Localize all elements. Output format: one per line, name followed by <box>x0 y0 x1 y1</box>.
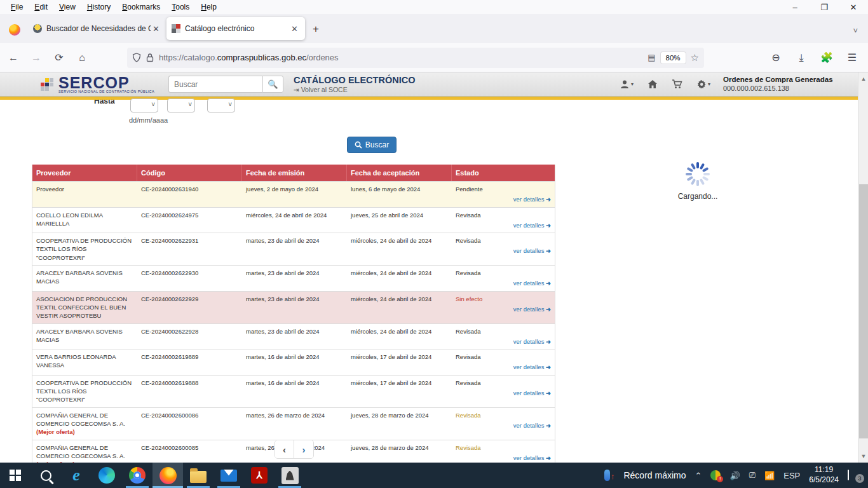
cell-fecha-emision: martes, 23 de abril de 2024 <box>242 233 347 265</box>
search-icon <box>355 141 362 149</box>
file-explorer-button[interactable] <box>183 463 214 488</box>
tab-catalogo-electronico[interactable]: Catálogo electrónico ✕ <box>166 17 305 40</box>
ecuador-crest-icon <box>33 24 42 33</box>
java-app-button[interactable] <box>275 463 305 488</box>
ver-detalles-link[interactable]: ver detalles ➜ <box>513 363 551 371</box>
ver-detalles-link[interactable]: ver detalles ➜ <box>513 279 551 287</box>
user-icon[interactable]: ▾ <box>620 79 634 89</box>
shield-icon[interactable] <box>132 53 141 62</box>
ver-detalles-link[interactable]: ver detalles ➜ <box>513 337 551 346</box>
page-scrollbar[interactable]: ▲ ▼ <box>858 72 868 463</box>
reader-mode-icon[interactable]: ▤ <box>648 53 655 62</box>
weather-headline[interactable]: Récord máximo <box>623 470 686 480</box>
taskbar-search-button[interactable] <box>31 463 61 488</box>
temperature-icon[interactable]: ↑ <box>604 470 615 481</box>
forward-icon[interactable]: → <box>27 48 46 67</box>
sercop-logo[interactable]: SERCOP SERVICIO NACIONAL DE CONTRATACIÓN… <box>41 76 154 93</box>
tab-close-icon[interactable]: ✕ <box>151 24 161 34</box>
estado-value: Revisada <box>456 411 551 419</box>
wifi-icon[interactable]: 📶 <box>764 471 775 480</box>
header-icons: ▾ ▾ <box>620 79 710 89</box>
volver-al-soce-link[interactable]: ⇥ Volver al SOCE <box>294 86 415 93</box>
tab-close-icon[interactable]: ✕ <box>289 24 300 34</box>
estado-value: Revisada <box>456 211 551 219</box>
extensions-puzzle-icon[interactable]: 🧩 <box>817 48 836 67</box>
ver-detalles-link[interactable]: ver detalles ➜ <box>513 305 551 313</box>
ver-detalles-link[interactable]: ver detalles ➜ <box>513 389 551 397</box>
ver-detalles-link[interactable]: ver detalles ➜ <box>513 221 551 229</box>
scrollbar-thumb[interactable] <box>859 184 868 438</box>
arrow-right-icon: ➜ <box>546 363 551 370</box>
cast-icon[interactable]: ⎚ <box>749 470 756 480</box>
url-text[interactable]: https://catalogo.compraspublicas.gob.ec/… <box>159 53 648 62</box>
buscar-button[interactable]: Buscar <box>347 137 397 153</box>
header-search-input[interactable] <box>168 76 262 93</box>
hamburger-menu-icon[interactable]: ☰ <box>843 48 862 67</box>
menu-bookmarks[interactable]: Bookmarks <box>118 1 165 13</box>
scroll-down-icon[interactable]: ▼ <box>858 451 868 461</box>
header-search-button[interactable]: 🔍 <box>262 76 283 93</box>
tab-buscador-necesidades[interactable]: Buscador de Necesidades de Co ✕ <box>28 17 166 40</box>
column-header: Estado <box>452 165 555 181</box>
antivirus-alert-icon[interactable] <box>710 470 721 480</box>
lock-icon[interactable] <box>146 53 154 62</box>
clock[interactable]: 11:19 6/5/2024 <box>809 465 839 485</box>
back-icon[interactable]: ← <box>4 48 23 67</box>
date-format-hint: dd/mm/aaaa <box>129 116 168 124</box>
next-page-icon[interactable]: › <box>294 440 313 458</box>
browser-menubar: FileEditViewHistoryBookmarksToolsHelp – … <box>0 0 868 14</box>
ver-detalles-link[interactable]: ver detalles ➜ <box>513 454 551 462</box>
volume-icon[interactable]: 🔊 <box>729 471 740 480</box>
ver-detalles-link[interactable]: ver detalles ➜ <box>513 421 551 430</box>
cell-codigo: CE-20240002624975 <box>137 208 242 233</box>
reload-icon[interactable]: ⟳ <box>50 48 69 67</box>
prev-page-icon[interactable]: ‹ <box>275 440 294 458</box>
cell-estado: Sin efecto ver detalles ➜ <box>452 292 555 323</box>
cell-proveedor: ARACELY BARBARA SOVENIS MACIAS <box>32 324 137 349</box>
cell-fecha-emision: martes, 23 de abril de 2024 <box>242 324 347 349</box>
restore-button[interactable]: ❐ <box>810 0 839 14</box>
menu-edit[interactable]: Edit <box>30 1 52 13</box>
minimize-button[interactable]: – <box>780 0 810 14</box>
month-select[interactable] <box>167 98 195 112</box>
gear-icon[interactable]: ▾ <box>696 79 710 89</box>
url-bar[interactable]: https://catalogo.compraspublicas.gob.ec/… <box>127 48 704 68</box>
home-icon[interactable]: ⌂ <box>72 48 92 67</box>
home-icon[interactable] <box>648 79 658 89</box>
day-select[interactable] <box>130 98 158 112</box>
notification-center-icon[interactable]: 3 <box>848 470 860 480</box>
downloads-icon[interactable]: ⤓ <box>792 48 811 67</box>
language-indicator[interactable]: ESP <box>783 471 800 480</box>
ver-detalles-link[interactable]: ver detalles ➜ <box>513 195 551 203</box>
close-button[interactable]: ✕ <box>839 0 868 14</box>
tray-expand-icon[interactable]: ⌃ <box>695 471 702 480</box>
loading-text: Cargando... <box>666 192 729 201</box>
firefox-button[interactable] <box>153 463 183 488</box>
edge-button[interactable] <box>92 463 122 488</box>
cell-codigo: CE-20240002619889 <box>137 349 242 375</box>
cell-fecha-aceptacion: jueves, 28 de marzo de 2024 <box>347 408 452 440</box>
menu-file[interactable]: File <box>6 1 27 13</box>
acrobat-button[interactable]: ⅄ <box>244 463 275 488</box>
menu-help[interactable]: Help <box>196 1 221 13</box>
menu-tools[interactable]: Tools <box>167 1 194 13</box>
cart-icon[interactable] <box>672 79 682 89</box>
menu-history[interactable]: History <box>83 1 115 13</box>
zoom-level-badge[interactable]: 80% <box>661 52 686 64</box>
new-tab-button[interactable]: + <box>305 23 327 36</box>
start-button[interactable] <box>0 463 31 488</box>
column-header: Fecha de aceptación <box>347 165 452 181</box>
mail-button[interactable] <box>214 463 244 488</box>
edge-icon <box>98 467 115 484</box>
pocket-icon[interactable]: ⊖ <box>766 48 785 67</box>
internet-explorer-button[interactable]: e <box>61 463 92 488</box>
scroll-up-icon[interactable]: ▲ <box>858 74 868 84</box>
bookmark-star-icon[interactable]: ☆ <box>691 52 699 64</box>
menu-view[interactable]: View <box>55 1 80 13</box>
ver-detalles-link[interactable]: ver detalles ➜ <box>513 247 551 255</box>
list-all-tabs-icon[interactable]: ˅ <box>853 26 868 36</box>
cell-fecha-emision: martes, 16 de abril de 2024 <box>242 376 347 407</box>
year-select[interactable] <box>207 98 235 112</box>
chrome-button[interactable] <box>122 463 153 488</box>
firefox-icon <box>159 467 177 484</box>
